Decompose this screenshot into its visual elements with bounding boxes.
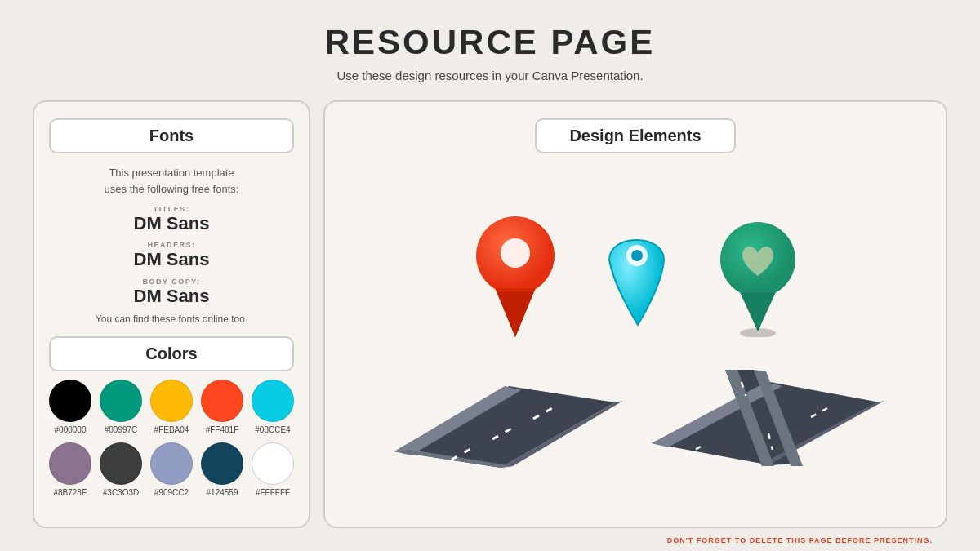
cyan-pin-icon bbox=[597, 211, 679, 337]
color-circle-orange bbox=[201, 380, 243, 422]
font-item-headers: HEADERS: DM Sans bbox=[49, 241, 294, 270]
font-label-body: BODY COPY: bbox=[49, 278, 294, 286]
font-item-titles: TITLES: DM Sans bbox=[49, 205, 294, 234]
roads-row bbox=[345, 362, 926, 471]
right-panel: Design Elements bbox=[323, 100, 947, 528]
color-swatch-yellow: #FEBA04 bbox=[150, 380, 193, 434]
red-pin-icon bbox=[466, 207, 564, 337]
footer: DON'T FORGET TO DELETE THIS PAGE BEFORE … bbox=[0, 528, 980, 551]
cyan-pin bbox=[597, 211, 679, 337]
footer-warning: DON'T FORGET TO DELETE THIS PAGE BEFORE … bbox=[667, 536, 941, 544]
green-pin-icon bbox=[711, 211, 805, 337]
color-circle-white bbox=[252, 442, 294, 485]
color-circle-cyan bbox=[252, 380, 294, 422]
font-name-headers: DM Sans bbox=[49, 249, 294, 270]
color-swatch-dark: #3C3O3D bbox=[100, 442, 142, 497]
color-swatch-periwinkle: #909CC2 bbox=[150, 442, 193, 497]
colors-section: Colors #000000 #00997C #FEBA04 #FF481F bbox=[49, 336, 294, 497]
color-circle-black bbox=[49, 380, 91, 422]
red-pin bbox=[466, 207, 564, 337]
color-swatch-white: #FFFFFF bbox=[252, 442, 294, 497]
font-name-titles: DM Sans bbox=[49, 213, 294, 234]
color-circle-navy bbox=[201, 442, 243, 485]
color-hex-dark: #3C3O3D bbox=[103, 488, 139, 497]
green-pin bbox=[711, 211, 805, 337]
svg-marker-7 bbox=[740, 292, 776, 331]
main-content: Fonts This presentation template uses th… bbox=[0, 100, 980, 528]
color-hex-cyan: #08CCE4 bbox=[255, 425, 290, 434]
svg-point-5 bbox=[631, 250, 643, 261]
color-swatch-mauve: #8B728E bbox=[49, 442, 91, 497]
color-hex-orange: #FF481F bbox=[206, 425, 239, 434]
color-swatch-teal: #00997C bbox=[100, 380, 142, 434]
color-hex-yellow: #FEBA04 bbox=[154, 425, 189, 434]
color-circle-mauve bbox=[49, 442, 91, 485]
color-hex-navy: #124559 bbox=[207, 488, 238, 497]
crossroad bbox=[648, 362, 884, 471]
color-circle-dark bbox=[100, 442, 142, 485]
color-swatch-cyan: #08CCE4 bbox=[252, 380, 294, 434]
color-hex-mauve: #8B728E bbox=[53, 488, 87, 497]
color-hex-white: #FFFFFF bbox=[256, 488, 290, 497]
color-hex-black: #000000 bbox=[55, 425, 87, 434]
color-circle-yellow bbox=[150, 380, 193, 422]
color-swatch-navy: #124559 bbox=[201, 442, 243, 497]
color-circle-teal bbox=[100, 380, 142, 422]
color-hex-periwinkle: #909CC2 bbox=[154, 488, 189, 497]
font-item-body: BODY COPY: DM Sans bbox=[49, 278, 294, 307]
straight-road-icon bbox=[386, 362, 623, 468]
straight-road bbox=[386, 362, 623, 471]
fonts-intro: This presentation template uses the foll… bbox=[49, 165, 294, 197]
color-circle-periwinkle bbox=[150, 442, 193, 485]
fonts-note: You can find these fonts online too. bbox=[49, 313, 294, 325]
design-elements-header: Design Elements bbox=[535, 118, 735, 153]
fonts-section-header: Fonts bbox=[49, 118, 294, 153]
color-swatch-orange: #FF481F bbox=[201, 380, 243, 434]
fonts-section: This presentation template uses the foll… bbox=[49, 165, 294, 325]
design-elements-content bbox=[345, 167, 926, 510]
pins-row bbox=[345, 207, 926, 345]
page-subtitle: Use these design resources in your Canva… bbox=[325, 69, 656, 82]
svg-point-8 bbox=[740, 328, 776, 337]
color-swatches-row-2: #8B728E #3C3O3D #909CC2 #124559 #FFFFFF bbox=[49, 442, 294, 497]
crossroad-icon bbox=[648, 362, 884, 468]
svg-point-3 bbox=[501, 238, 530, 268]
color-swatch-black: #000000 bbox=[49, 380, 91, 434]
font-label-headers: HEADERS: bbox=[49, 241, 294, 249]
page-header: RESOURCE PAGE Use these design resources… bbox=[325, 0, 656, 82]
svg-marker-2 bbox=[497, 292, 533, 337]
left-panel: Fonts This presentation template uses th… bbox=[33, 100, 310, 528]
color-swatches-row-1: #000000 #00997C #FEBA04 #FF481F #08CCE4 bbox=[49, 380, 294, 434]
page-title: RESOURCE PAGE bbox=[325, 23, 656, 62]
font-name-body: DM Sans bbox=[49, 286, 294, 307]
color-hex-teal: #00997C bbox=[105, 425, 138, 434]
font-label-titles: TITLES: bbox=[49, 205, 294, 213]
colors-section-header: Colors bbox=[49, 336, 294, 371]
